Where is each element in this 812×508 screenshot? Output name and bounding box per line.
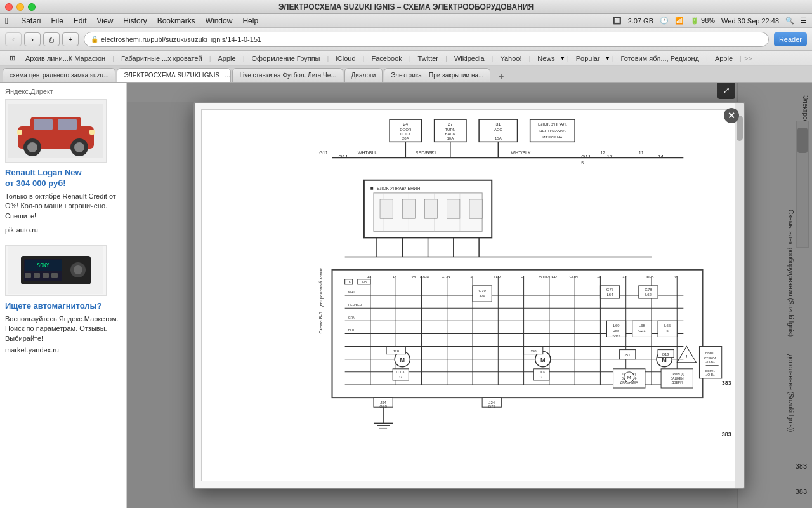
clock-icon: 🕐: [660, 17, 669, 25]
maximize-button[interactable]: [28, 3, 36, 11]
svg-text:L66: L66: [664, 324, 671, 328]
menu-bookmarks[interactable]: Bookmarks: [157, 17, 195, 25]
bookmark-facebook[interactable]: Facebook: [367, 53, 406, 64]
car-image: [8, 104, 103, 158]
search-icon[interactable]: 🔍: [785, 17, 794, 25]
svg-text:31: 31: [495, 122, 501, 126]
menu-history[interactable]: History: [123, 17, 147, 25]
tab-3[interactable]: Диалоги: [344, 68, 383, 82]
menu-view[interactable]: View: [97, 17, 114, 25]
minimize-button[interactable]: [16, 3, 24, 11]
url-text: electroshemi.ru/publ/suzuki/suzuki_ignis…: [101, 36, 261, 43]
bookmark-gotovim[interactable]: Готовим ябл..., Редмонд: [617, 53, 704, 64]
svg-text:G11: G11: [581, 154, 591, 159]
svg-text:«О-В»: «О-В»: [705, 373, 715, 377]
datetime: Wed 30 Sep 22:48: [721, 17, 779, 25]
lightbox-close-button[interactable]: ✕: [724, 108, 739, 123]
svg-text:5or2: 5or2: [613, 334, 621, 338]
svg-text:MHT: MHT: [348, 290, 355, 294]
new-tab-button[interactable]: +: [494, 70, 508, 82]
svg-text:14: 14: [393, 275, 397, 279]
window-controls[interactable]: [5, 3, 36, 11]
list-icon[interactable]: ☰: [801, 17, 807, 25]
svg-rect-20: [43, 273, 49, 278]
svg-text:G78: G78: [645, 288, 652, 291]
apple-menu-icon[interactable]: : [5, 16, 8, 26]
close-button[interactable]: [5, 3, 13, 11]
svg-text:L69: L69: [613, 324, 620, 328]
ad1-text: Только в октябре Renault Credit от О%! К…: [5, 192, 121, 221]
bookmark-news[interactable]: News: [533, 53, 560, 64]
bookmark-oformlenie[interactable]: Оформление Группы: [247, 53, 325, 64]
svg-text:J24: J24: [479, 294, 485, 298]
svg-text:ВЫКЛ.: ВЫКЛ.: [705, 351, 715, 355]
svg-text:G11: G11: [319, 150, 327, 155]
lightbox-scrollbar[interactable]: [735, 103, 744, 488]
svg-rect-3: [34, 119, 53, 130]
tab-0[interactable]: схема центрального замка suzu...: [3, 68, 115, 82]
svg-point-15: [74, 265, 82, 274]
reader-button[interactable]: Reader: [774, 32, 807, 46]
svg-text:BACK: BACK: [445, 132, 455, 136]
bookmark-gabaritnye[interactable]: Габаритные ...х кроватей: [117, 53, 207, 64]
svg-text:↑↓: ↑↓: [539, 375, 542, 378]
bookmark-apple1[interactable]: Apple: [214, 53, 240, 64]
bookmark-apple2[interactable]: Apple: [710, 53, 737, 64]
svg-text:383: 383: [722, 380, 731, 386]
svg-text:O13: O13: [662, 352, 669, 356]
svg-text:GRN: GRN: [442, 275, 450, 279]
bookmarks-overflow[interactable]: >>: [744, 55, 752, 62]
ad1-image: [5, 99, 107, 163]
svg-text:L64: L64: [606, 293, 613, 297]
svg-text:13: 13: [367, 275, 372, 279]
bookmark-apps[interactable]: ⊞: [5, 53, 20, 64]
menu-edit[interactable]: Edit: [74, 17, 87, 25]
menu-bar:  Safari File Edit View History Bookmark…: [0, 14, 812, 28]
back-button[interactable]: ‹: [5, 32, 22, 46]
svg-text:14: 14: [658, 154, 664, 159]
svg-text:24: 24: [403, 122, 408, 126]
radio-image: SONY: [8, 246, 103, 294]
storage-indicator: 🔲: [613, 17, 622, 25]
tab-4[interactable]: Электрика – При закрытии на...: [384, 68, 490, 82]
svg-text:G79: G79: [478, 289, 486, 293]
bookmark-icloud[interactable]: iCloud: [331, 53, 360, 64]
bookmark-yahoo[interactable]: Yahoo!: [495, 53, 526, 64]
svg-text:L68: L68: [639, 324, 646, 328]
svg-text:«О-Б»: «О-Б»: [705, 360, 715, 364]
bookmark-popular[interactable]: Popular: [572, 53, 605, 64]
svg-text:17: 17: [622, 275, 627, 279]
menu-window[interactable]: Window: [206, 17, 233, 25]
ad2-text: Воспользуйтесь Яндекс.Маркетом. Поиск по…: [5, 314, 121, 344]
svg-text:LOCK: LOCK: [396, 370, 405, 374]
storage-size: 2.07 GB: [628, 17, 653, 25]
bookmark-twitter[interactable]: Twitter: [414, 53, 443, 64]
svg-text:G77: G77: [606, 288, 614, 291]
bookmark-arkhiv[interactable]: Архив лини...К Марафон: [21, 53, 110, 64]
menu-file[interactable]: File: [51, 17, 63, 25]
svg-text:WHT/RED: WHT/RED: [411, 275, 429, 279]
share-button[interactable]: ⎙: [43, 32, 60, 46]
tab-2[interactable]: Live ставки на Футбол. Лига Че...: [232, 68, 343, 82]
svg-text:15A: 15A: [495, 137, 502, 140]
new-tab-button[interactable]: +: [62, 32, 79, 46]
svg-text:M: M: [662, 357, 667, 363]
content-area: Яндекс.Директ Renault Logan: [0, 83, 812, 508]
svg-text:ДВЕРИ: ДВЕРИ: [672, 380, 683, 384]
ad1-link[interactable]: pik-auto.ru: [5, 226, 121, 234]
lightbox-overlay[interactable]: ⤢ ✕ 24 DOO: [127, 83, 812, 508]
svg-text:L62: L62: [645, 293, 652, 297]
menu-safari[interactable]: Safari: [21, 17, 41, 25]
ad2-link[interactable]: market.yandex.ru: [5, 346, 121, 354]
menu-help[interactable]: Help: [242, 17, 258, 25]
expand-button[interactable]: ⤢: [717, 83, 735, 99]
bookmark-wikipedia[interactable]: Wikipedia: [450, 53, 489, 64]
forward-button[interactable]: ›: [24, 32, 41, 46]
svg-text:10: 10: [597, 275, 601, 279]
ad2-image: SONY: [5, 245, 107, 296]
address-bar[interactable]: 🔒 electroshemi.ru/publ/suzuki/suzuki_ign…: [84, 32, 769, 47]
svg-rect-59: [380, 199, 393, 218]
tab-1[interactable]: ЭЛЕКТРОСХЕМА SUZUKI IGNIS –...: [117, 68, 231, 82]
svg-text:20A: 20A: [402, 137, 410, 140]
svg-text:10A: 10A: [447, 137, 454, 140]
